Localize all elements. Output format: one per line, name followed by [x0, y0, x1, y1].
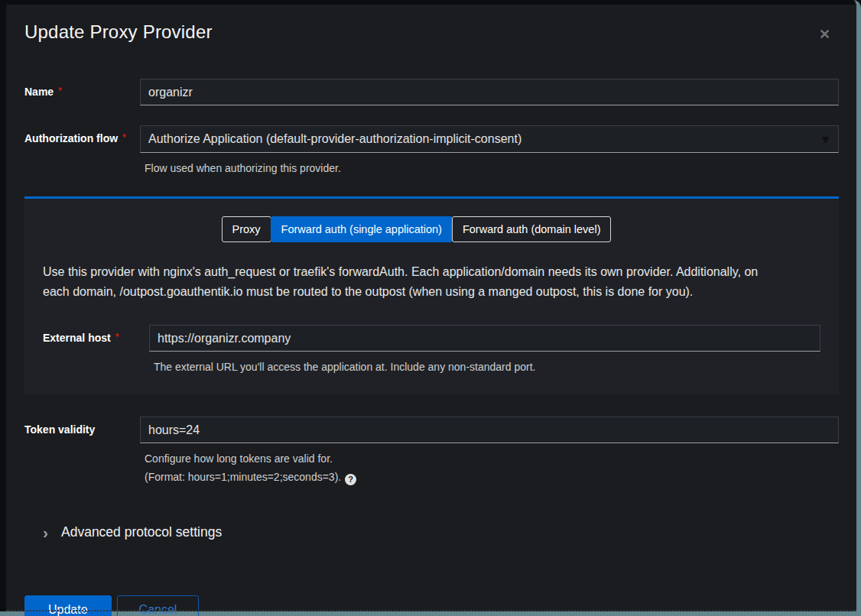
tab-forward-auth-single-application[interactable]: Forward auth (single application): [271, 216, 453, 242]
proxy-mode-tab-bar: Proxy Forward auth (single application) …: [43, 216, 790, 242]
chevron-down-icon: ▼: [820, 134, 830, 145]
modal-bottom-divider: [6, 610, 856, 611]
page-title: Update Proxy Provider: [24, 21, 839, 43]
name-field-row: Name*: [24, 79, 839, 105]
external-host-help: The external URL you'll access the appli…: [154, 358, 820, 376]
token-validity-label: Token validity: [24, 417, 140, 436]
update-button[interactable]: Update: [24, 595, 112, 616]
required-asterisk: *: [115, 332, 119, 342]
name-input[interactable]: [140, 79, 839, 105]
proxy-mode-panel: Proxy Forward auth (single application) …: [24, 196, 839, 394]
window-frame: ✕ Update Proxy Provider Name* Authorizat…: [0, 0, 861, 616]
modal-actions: Update Cancel: [24, 595, 839, 616]
advanced-protocol-settings-label: Advanced protocol settings: [61, 524, 222, 540]
forward-auth-description: Use this provider with nginx's auth_requ…: [43, 262, 767, 302]
update-proxy-provider-modal: ✕ Update Proxy Provider Name* Authorizat…: [6, 5, 856, 611]
chevron-right-icon: ›: [43, 527, 48, 539]
required-asterisk: *: [58, 86, 62, 96]
external-host-label: External host*: [43, 325, 149, 344]
token-validity-help-line2: (Format: hours=1;minutes=2;seconds=3).?: [145, 468, 839, 486]
required-asterisk: *: [122, 132, 126, 143]
authorization-flow-selected-value: Authorize Application (default-provider-…: [148, 132, 521, 146]
authorization-flow-help: Flow used when authorizing this provider…: [145, 159, 839, 177]
token-validity-row: Token validity Configure how long tokens…: [24, 417, 839, 486]
question-circle-icon[interactable]: ?: [345, 474, 356, 485]
cancel-button[interactable]: Cancel: [117, 595, 200, 616]
authorization-flow-select[interactable]: Authorize Application (default-provider-…: [140, 125, 839, 153]
token-validity-input[interactable]: [140, 417, 839, 443]
external-host-row: External host* The external URL you'll a…: [43, 325, 820, 376]
token-validity-help-line1: Configure how long tokens are valid for.: [145, 449, 839, 468]
tab-proxy[interactable]: Proxy: [222, 216, 271, 242]
external-host-input[interactable]: [149, 325, 820, 352]
authorization-flow-label: Authorization flow*: [24, 125, 140, 144]
name-label: Name*: [24, 79, 140, 98]
advanced-protocol-settings-expander[interactable]: › Advanced protocol settings: [43, 524, 839, 540]
token-validity-help: Configure how long tokens are valid for.…: [145, 449, 839, 486]
tab-forward-auth-domain-level[interactable]: Forward auth (domain level): [452, 216, 612, 242]
close-icon[interactable]: ✕: [817, 26, 832, 43]
authorization-flow-row: Authorization flow* Authorize Applicatio…: [24, 125, 839, 177]
